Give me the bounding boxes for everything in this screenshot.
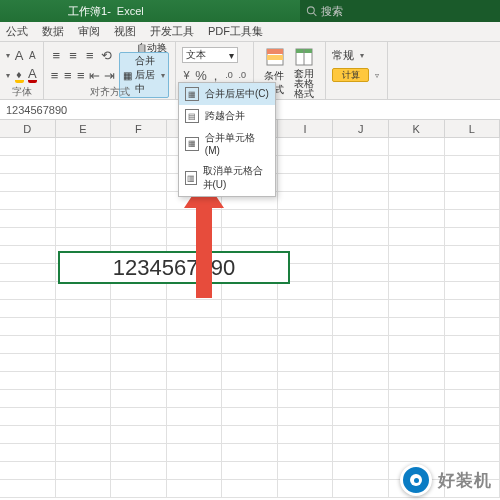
cell[interactable] — [0, 480, 56, 497]
align-right-icon[interactable]: ≡ — [76, 67, 85, 83]
cell[interactable] — [111, 318, 167, 335]
percent-icon[interactable]: % — [195, 67, 207, 83]
align-top-icon[interactable]: ≡ — [50, 47, 63, 63]
unmerge-item[interactable]: ▥取消单元格合并(U) — [179, 160, 275, 196]
tab-view[interactable]: 视图 — [114, 24, 136, 39]
cell[interactable] — [56, 318, 112, 335]
col-header[interactable]: J — [333, 120, 389, 137]
cell[interactable] — [222, 390, 278, 407]
cell[interactable] — [389, 408, 445, 425]
cell[interactable] — [333, 318, 389, 335]
cell[interactable] — [389, 264, 445, 281]
cell[interactable] — [0, 354, 56, 371]
cell[interactable] — [0, 228, 56, 245]
search-input[interactable] — [321, 5, 494, 17]
table-format-button[interactable]: 套用 表格格式 — [290, 45, 320, 101]
cell[interactable] — [0, 246, 56, 263]
cell[interactable] — [222, 444, 278, 461]
align-middle-icon[interactable]: ≡ — [67, 47, 80, 63]
cell[interactable] — [0, 462, 56, 479]
cell[interactable] — [389, 210, 445, 227]
font-size-up-icon[interactable]: A — [15, 47, 24, 63]
cell[interactable] — [56, 462, 112, 479]
font-color-icon[interactable]: A — [28, 67, 37, 83]
cell[interactable] — [56, 156, 112, 173]
cell[interactable] — [389, 390, 445, 407]
cell[interactable] — [333, 264, 389, 281]
align-left-icon[interactable]: ≡ — [50, 67, 59, 83]
cell[interactable] — [333, 192, 389, 209]
cell[interactable] — [389, 282, 445, 299]
cell[interactable] — [167, 318, 223, 335]
cell[interactable] — [56, 408, 112, 425]
cell[interactable] — [111, 354, 167, 371]
cell[interactable] — [333, 300, 389, 317]
calc-style-button[interactable]: 计算 — [332, 68, 369, 82]
cell[interactable] — [389, 246, 445, 263]
cell[interactable] — [333, 246, 389, 263]
cell[interactable] — [222, 300, 278, 317]
cell[interactable] — [389, 318, 445, 335]
cell[interactable] — [167, 444, 223, 461]
cell[interactable] — [56, 138, 112, 155]
cell[interactable] — [0, 300, 56, 317]
cell[interactable] — [445, 354, 501, 371]
cell[interactable] — [167, 426, 223, 443]
cell[interactable] — [0, 408, 56, 425]
cell[interactable] — [333, 210, 389, 227]
cell[interactable] — [111, 480, 167, 497]
cell[interactable] — [445, 210, 501, 227]
cell[interactable] — [167, 210, 223, 227]
cell[interactable] — [445, 426, 501, 443]
cell[interactable] — [56, 372, 112, 389]
cell[interactable] — [222, 462, 278, 479]
tab-review[interactable]: 审阅 — [78, 24, 100, 39]
cell[interactable] — [111, 372, 167, 389]
cell[interactable] — [0, 264, 56, 281]
cell[interactable] — [333, 462, 389, 479]
cell[interactable] — [278, 408, 334, 425]
cell[interactable] — [389, 372, 445, 389]
cell[interactable] — [222, 354, 278, 371]
cell[interactable] — [278, 156, 334, 173]
cell[interactable] — [111, 210, 167, 227]
cell[interactable] — [333, 480, 389, 497]
cell[interactable] — [111, 228, 167, 245]
cell[interactable] — [56, 228, 112, 245]
cell[interactable] — [445, 138, 501, 155]
cell[interactable] — [0, 282, 56, 299]
cell[interactable] — [445, 192, 501, 209]
cell[interactable] — [389, 174, 445, 191]
cell[interactable] — [389, 300, 445, 317]
cell[interactable] — [167, 336, 223, 353]
cell[interactable] — [56, 282, 112, 299]
cell[interactable] — [56, 336, 112, 353]
cell[interactable] — [278, 282, 334, 299]
cell[interactable] — [167, 480, 223, 497]
cell[interactable] — [167, 300, 223, 317]
cell[interactable] — [278, 444, 334, 461]
cell[interactable] — [167, 282, 223, 299]
indent-decrease-icon[interactable]: ⇤ — [89, 67, 100, 83]
chevron-down-icon[interactable]: ▾ — [6, 50, 11, 60]
cell[interactable] — [445, 372, 501, 389]
cell[interactable] — [222, 318, 278, 335]
tab-data[interactable]: 数据 — [42, 24, 64, 39]
col-header[interactable]: F — [111, 120, 167, 137]
cell[interactable] — [278, 138, 334, 155]
cell[interactable] — [389, 444, 445, 461]
merged-cell[interactable]: 1234567890 — [58, 251, 290, 284]
cell[interactable] — [56, 300, 112, 317]
cell[interactable] — [389, 192, 445, 209]
cell[interactable] — [333, 390, 389, 407]
cell[interactable] — [389, 354, 445, 371]
tab-developer[interactable]: 开发工具 — [150, 24, 194, 39]
cell[interactable] — [167, 390, 223, 407]
cell[interactable] — [445, 408, 501, 425]
cell[interactable] — [56, 390, 112, 407]
cell[interactable] — [278, 174, 334, 191]
indent-increase-icon[interactable]: ⇥ — [104, 67, 115, 83]
cell[interactable] — [222, 480, 278, 497]
decimal-decrease-icon[interactable]: .0 — [238, 67, 247, 83]
comma-icon[interactable]: , — [211, 67, 220, 83]
